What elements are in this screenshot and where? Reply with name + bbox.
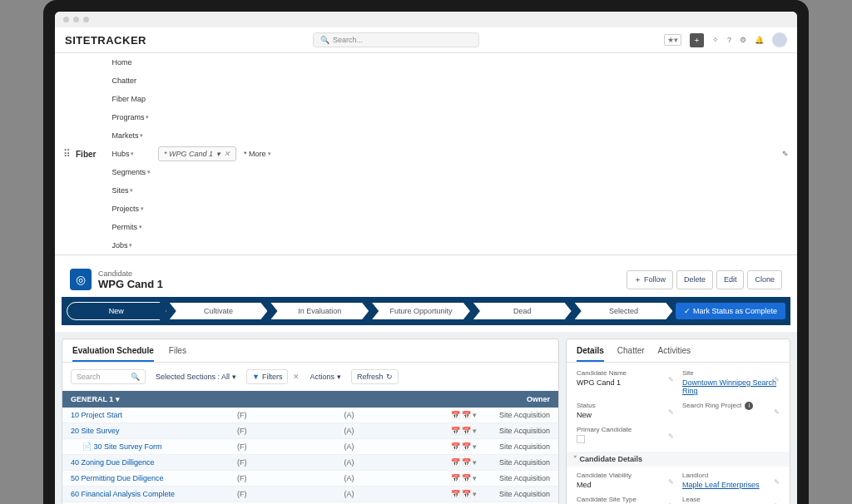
calendar-icon[interactable]: 📅 [451,490,460,498]
table-row[interactable]: 20 Site Survey(F)(A)📅📅▾Site Acquisition [62,423,558,439]
tab-files[interactable]: Files [169,346,186,362]
app-launcher-icon[interactable]: ⠿ [63,148,71,160]
calendar-icon[interactable]: 📅 [462,427,471,435]
stage-selected[interactable]: Selected [575,303,673,319]
calendar-icon[interactable]: 📅 [451,442,460,451]
group-header[interactable]: GENERAL 1 ▾ Owner [62,391,558,408]
refresh-button[interactable]: Refresh ↻ [351,369,399,384]
table-row[interactable]: 📄 30 Site Survey Form(F)(A)📅📅▾Site Acqui… [62,439,558,455]
landlord-link[interactable]: Maple Leaf Enterprises [682,481,780,489]
max-dot[interactable] [83,17,89,22]
nav-permits[interactable]: Permits▾ [106,218,156,236]
close-dot[interactable] [63,17,69,22]
col-f: (F) [237,442,279,451]
calendar-icon[interactable]: 📅 [462,411,471,419]
calendar-icon[interactable]: 📅 [451,458,460,467]
calendar-icon[interactable]: 📅 [462,474,471,482]
col-a: (A) [344,474,386,482]
edit-button[interactable]: Edit [716,270,745,289]
table-row[interactable]: 60 Financial Analysis Complete(F)(A)📅📅▾S… [62,487,558,502]
menu-icon[interactable]: ▾ [473,427,477,435]
selected-sections-filter[interactable]: Selected Sections : All ▾ [151,370,241,383]
add-icon[interactable]: ＋ [690,33,704,47]
primary-candidate-checkbox[interactable] [577,435,585,443]
field-label: Site [682,369,780,377]
menu-icon[interactable]: ▾ [473,490,477,498]
actions-menu[interactable]: Actions ▾ [305,370,346,383]
stage-dead[interactable]: Dead [473,303,572,319]
tab-chatter[interactable]: Chatter [617,346,645,362]
global-search[interactable]: 🔍 Search... [313,32,479,47]
field-label: Search Ring Projecti [682,402,780,410]
help-icon[interactable]: ? [727,36,731,44]
row-name-link[interactable]: 50 Permitting Due Diligence [71,474,237,482]
nav-sites[interactable]: Sites▾ [106,181,156,200]
edit-field-icon[interactable]: ✎ [668,376,674,383]
field-label: Status [577,402,674,409]
row-name-link[interactable]: 60 Financial Analysis Complete [71,490,237,498]
stage-new[interactable]: New [67,302,166,320]
menu-icon[interactable]: ▾ [473,411,477,419]
nav-programs[interactable]: Programs▾ [106,108,156,126]
table-row[interactable]: 50 Permitting Due Diligence(F)(A)📅📅▾Site… [62,471,558,487]
trail-icon[interactable]: ✧ [712,36,719,44]
calendar-icon[interactable]: 📅 [451,411,460,419]
edit-nav-icon[interactable]: ✎ [782,150,789,158]
menu-icon[interactable]: ▾ [473,442,477,451]
nav-segments[interactable]: Segments▾ [106,163,156,181]
calendar-icon[interactable]: 📅 [462,490,471,498]
delete-button[interactable]: Delete [676,270,713,289]
edit-field-icon[interactable]: ✎ [668,432,674,440]
section-candidate-details[interactable]: Candidate Details [567,452,790,467]
menu-icon[interactable]: ▾ [473,474,477,482]
calendar-icon[interactable]: 📅 [462,442,471,451]
edit-field-icon[interactable]: ✎ [668,408,674,416]
nav-home[interactable]: Home [106,53,156,72]
clone-button[interactable]: Clone [747,270,782,289]
list-search-input[interactable]: Search🔍 [71,369,146,384]
row-owner: Site Acquisition [483,490,550,498]
setup-gear-icon[interactable]: ⚙ [740,36,746,44]
calendar-icon[interactable]: 📅 [451,427,460,435]
tab-evaluation-schedule[interactable]: Evaluation Schedule [72,346,154,362]
table-row[interactable]: 10 Project Start(F)(A)📅📅▾Site Acquisitio… [62,408,558,423]
follow-button[interactable]: ＋ Follow [627,270,673,289]
row-name-link[interactable]: 📄 30 Site Survey Form [71,442,237,451]
close-tab-icon[interactable]: ✕ [224,150,230,158]
row-name-link[interactable]: 40 Zoning Due Dilligence [71,458,237,467]
tab-activities[interactable]: Activities [658,346,691,362]
nav-chatter[interactable]: Chatter [106,72,156,90]
favorite-icon[interactable]: ★▾ [664,34,681,46]
menu-icon[interactable]: ▾ [473,458,477,467]
min-dot[interactable] [73,17,79,22]
nav-jobs[interactable]: Jobs▾ [106,236,156,254]
edit-field-icon[interactable]: ✎ [774,478,780,486]
calendar-icon[interactable]: 📅 [451,474,460,482]
stage-cultivate[interactable]: Cultivate [170,303,268,319]
stage-in-evaluation[interactable]: In Evaluation [270,303,369,319]
mark-complete-button[interactable]: ✓ Mark Status as Complete [676,303,785,319]
row-name-link[interactable]: 10 Project Start [71,411,237,419]
open-record-tab[interactable]: * WPG Cand 1▾ ✕ [158,146,236,161]
table-row[interactable]: 40 Zoning Due Dilligence(F)(A)📅📅▾Site Ac… [62,455,558,471]
nav-more[interactable]: * More▾ [238,145,277,163]
edit-field-icon[interactable]: ✎ [774,376,780,383]
nav-fiber-map[interactable]: Fiber Map [106,90,156,108]
record-type: Candidate [98,269,163,278]
info-icon[interactable]: i [745,402,753,410]
nav-projects[interactable]: Projects▾ [106,200,156,218]
edit-field-icon[interactable]: ✎ [774,408,780,416]
clear-filter-icon[interactable]: ✕ [293,373,300,381]
site-link[interactable]: Downtown Winnipeg Search Ring [682,378,780,395]
nav-markets[interactable]: Markets▾ [106,126,156,145]
filters-button[interactable]: ▼Filters [246,369,288,384]
notification-icon[interactable]: 🔔 [755,36,764,44]
edit-field-icon[interactable]: ✎ [668,478,674,486]
nav-hubs[interactable]: Hubs▾ [106,145,156,163]
stage-future-opportunity[interactable]: Future Opportunity [372,303,470,319]
user-avatar[interactable] [772,32,787,47]
col-f: (F) [237,490,279,498]
tab-details[interactable]: Details [577,346,604,362]
calendar-icon[interactable]: 📅 [462,458,471,467]
row-name-link[interactable]: 20 Site Survey [71,427,237,435]
